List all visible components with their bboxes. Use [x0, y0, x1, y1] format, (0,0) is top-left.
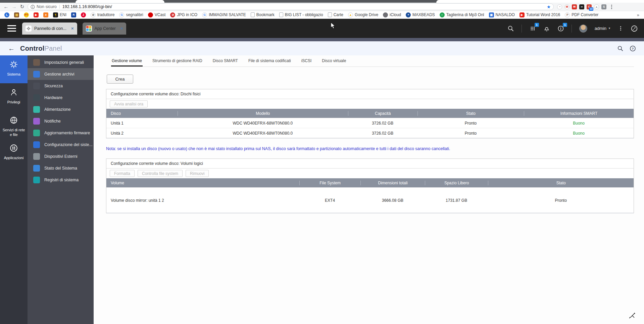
reload-button[interactable]: ↻: [18, 3, 26, 10]
bookmark-item[interactable]: e: [42, 12, 50, 18]
bookmark-item[interactable]: PT: [22, 12, 31, 18]
menu-item[interactable]: Stato del Sistema: [28, 162, 94, 174]
bookmark-item[interactable]: ▣ NASALDO: [487, 12, 516, 18]
chrome-active-tab-edge[interactable]: [76, 0, 164, 3]
menu-item[interactable]: Gestione archivi: [28, 68, 94, 80]
url-text[interactable]: 192.168.1.16:8080/cgi-bin/: [62, 4, 547, 9]
menu-item[interactable]: Dispositivi Esterni: [28, 150, 94, 162]
formatta-button[interactable]: Formatta: [110, 170, 135, 177]
bookmark-star-icon[interactable]: ★: [547, 4, 551, 9]
extension-icon[interactable]: S: [601, 4, 606, 9]
extension-icon[interactable]: ▲: [594, 4, 599, 9]
table-header-row: Volume File System Dimensioni totali Spa…: [106, 178, 634, 187]
browser-menu-icon[interactable]: [609, 5, 614, 9]
avvia-analisi-button[interactable]: Avvia analisi ora: [110, 100, 148, 107]
menu-item[interactable]: Impostazioni generali: [28, 56, 94, 68]
bookmark-item[interactable]: iCloud: [381, 12, 403, 18]
menu-item[interactable]: Configurazione del siste...: [28, 139, 94, 150]
back-arrow-icon[interactable]: ←: [8, 45, 15, 52]
section-tab[interactable]: iSCSI: [301, 58, 312, 66]
close-tab-icon[interactable]: ×: [120, 26, 123, 31]
avatar[interactable]: [579, 25, 587, 33]
table-row[interactable]: Unità 1 WDC WD40EFRX-68WT0N080.0 3726.02…: [106, 118, 634, 128]
menu-item[interactable]: Registri di sistema: [28, 174, 94, 186]
bookmark-item[interactable]: BIG LIST - obbligazio: [278, 12, 325, 18]
extension-icon[interactable]: ∞: [579, 4, 584, 9]
close-tab-icon[interactable]: ×: [71, 26, 74, 31]
bookmark-favicon: ▶: [519, 12, 525, 17]
background-tasks-icon[interactable]: 1: [529, 25, 536, 32]
menu-item[interactable]: Notifiche: [28, 115, 94, 127]
bookmark-item[interactable]: G IMMAGINI SALVATE: [200, 12, 248, 18]
divider: [522, 25, 522, 33]
bookmark-item[interactable]: VCast: [146, 12, 167, 18]
column-header[interactable]: File System: [299, 181, 360, 185]
bookmark-item[interactable]: ¶ ENI: [51, 12, 68, 18]
extension-icon[interactable]: C10: [587, 4, 592, 9]
firmware-alert-icon[interactable]: [543, 25, 550, 32]
menu-item[interactable]: Hardware: [28, 92, 94, 103]
bookmark-item[interactable]: ▲ Google Drive: [346, 12, 380, 18]
admin-menu[interactable]: admin ▼: [595, 26, 611, 31]
extension-icon[interactable]: M: [564, 4, 569, 9]
column-header[interactable]: Spazio Libero: [425, 181, 488, 185]
section-tab[interactable]: Gestione volume: [111, 58, 143, 66]
bookmark-item[interactable]: ⊘ JPG in ICO: [168, 12, 199, 18]
bookmark-item[interactable]: ⊘ traduttore: [89, 12, 116, 18]
bookmarks-overflow-icon[interactable]: »: [635, 12, 641, 17]
main-menu-icon[interactable]: [7, 25, 16, 32]
table-row[interactable]: Volume disco mirror: unità 1 2 EXT4 3666…: [106, 187, 634, 213]
bookmark-item[interactable]: ○ Taglierina di Mp3 Onl: [438, 12, 486, 18]
rail-item-servizi-rete[interactable]: Servizi di rete e file: [0, 111, 28, 139]
bookmarks-bar: L ▥ PT ▶ e: [0, 11, 644, 19]
bookmark-item[interactable]: Carte: [326, 12, 345, 18]
bookmark-item[interactable]: ▶: [32, 12, 40, 18]
search-icon[interactable]: [507, 25, 514, 32]
section-tab[interactable]: Disco SMART: [212, 58, 239, 66]
extension-icon[interactable]: ✉: [572, 4, 577, 9]
column-header[interactable]: Informazioni SMART: [524, 111, 634, 116]
bookmark-item[interactable]: G segnalibri: [117, 12, 145, 18]
rail-item-sistema[interactable]: Sistema: [0, 55, 28, 83]
section-tab[interactable]: File di sistema codificati: [248, 58, 292, 66]
bookmark-item[interactable]: + MAXBEADS: [404, 12, 437, 18]
column-header[interactable]: Stato: [488, 181, 634, 185]
column-header[interactable]: Stato: [417, 111, 524, 116]
section-tab[interactable]: Strumento di gestione RAID: [152, 58, 203, 66]
rail-item-privilegi[interactable]: Privilegi: [0, 83, 28, 111]
help-icon[interactable]: ?: [630, 45, 636, 52]
column-header[interactable]: Modello: [178, 111, 348, 116]
dashboard-gauge-icon[interactable]: [631, 25, 638, 32]
cell-disco: Unità 1: [106, 121, 178, 126]
bookmark-item[interactable]: Z: [79, 12, 88, 18]
menu-item[interactable]: Alimentazione: [28, 103, 94, 115]
bookmark-item[interactable]: ▶ Tutorial Word 2016: [518, 12, 562, 18]
bookmark-item[interactable]: R: [69, 12, 78, 18]
notifications-info-icon[interactable]: 1: [557, 25, 564, 32]
crea-button[interactable]: Crea: [107, 75, 133, 84]
bookmark-item[interactable]: L: [3, 12, 11, 18]
page-info-icon[interactable]: [31, 5, 35, 9]
bookmark-item[interactable]: Bookmark: [249, 12, 276, 18]
back-button[interactable]: ←: [2, 3, 10, 10]
menu-item[interactable]: Sicurezza: [28, 80, 94, 92]
column-header[interactable]: Dimensioni totali: [360, 181, 425, 185]
qnap-tab-app-center[interactable]: App Center ×: [83, 22, 127, 35]
column-header[interactable]: Disco: [106, 111, 178, 116]
rimuovi-button[interactable]: Rimuovi: [186, 170, 209, 177]
more-options-icon[interactable]: [618, 26, 623, 31]
column-header[interactable]: Volume: [106, 181, 299, 185]
extension-icon[interactable]: ◔: [557, 4, 562, 9]
column-header[interactable]: Capacità: [348, 111, 417, 116]
forward-button[interactable]: →: [10, 3, 18, 10]
menu-item[interactable]: Aggiornamento firmware: [28, 127, 94, 139]
bookmark-item[interactable]: P PDF Converter: [563, 12, 600, 18]
table-row[interactable]: Unità 2 WDC WD40EFRX-68WT0N080.0 3726.02…: [106, 128, 634, 138]
search-icon[interactable]: [617, 45, 624, 52]
section-tab[interactable]: Disco virtuale: [321, 58, 347, 66]
controlla-file-system-button[interactable]: Controlla file system: [138, 170, 183, 177]
url-bar[interactable]: Non sicuro 192.168.1.16:8080/cgi-bin/ ★: [28, 3, 554, 10]
bookmark-item[interactable]: ▥: [12, 12, 21, 18]
rail-item-applicazioni[interactable]: Applicazioni: [0, 139, 28, 167]
qnap-tab-control-panel[interactable]: Pannello di con... ×: [22, 22, 77, 35]
